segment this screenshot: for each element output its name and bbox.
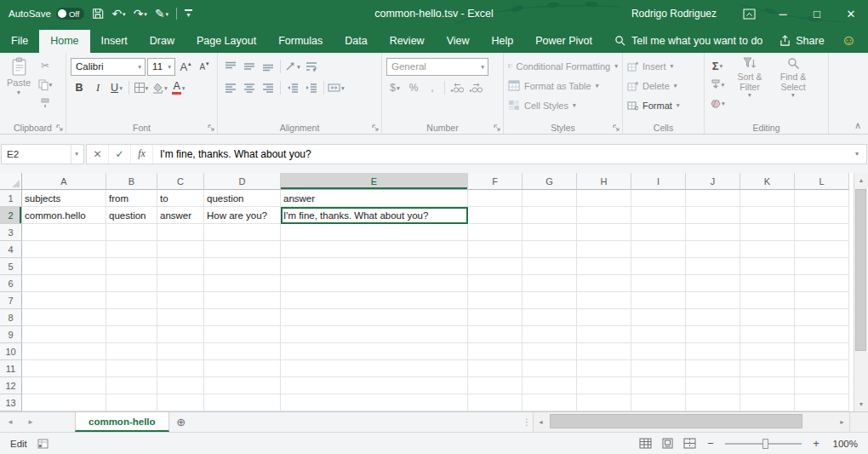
cell-H1[interactable]	[577, 190, 631, 207]
cell-C6[interactable]	[157, 275, 204, 292]
cell-D13[interactable]	[204, 394, 281, 411]
cell-L9[interactable]	[795, 326, 849, 343]
cell-A6[interactable]	[22, 275, 106, 292]
cell-G12[interactable]	[523, 377, 577, 394]
cell-J1[interactable]	[686, 190, 740, 207]
row-header-1[interactable]: 1	[0, 190, 22, 207]
feedback-smiley-button[interactable]: ☺	[842, 33, 856, 48]
cell-A2[interactable]: common.hello	[22, 207, 106, 224]
cell-I10[interactable]	[631, 343, 686, 360]
cell-L5[interactable]	[795, 258, 849, 275]
cell-K8[interactable]	[740, 309, 795, 326]
expand-formula-bar-button[interactable]: ▾	[848, 150, 866, 158]
cell-I5[interactable]	[631, 258, 686, 275]
column-header-G[interactable]: G	[523, 173, 577, 190]
cell-K3[interactable]	[740, 224, 795, 241]
cell-L2[interactable]	[795, 207, 849, 224]
cell-F6[interactable]	[468, 275, 523, 292]
cell-J3[interactable]	[686, 224, 740, 241]
cell-E10[interactable]	[281, 343, 468, 360]
cell-C4[interactable]	[157, 241, 204, 258]
orientation-button[interactable]: ▾	[284, 58, 301, 75]
cell-A11[interactable]	[22, 360, 106, 377]
scroll-left-button[interactable]: ◄	[534, 412, 548, 432]
scroll-up-button[interactable]: ▲	[854, 173, 868, 187]
redo-button[interactable]: ↷▾	[134, 8, 147, 20]
cell-I6[interactable]	[631, 275, 686, 292]
cell-I2[interactable]	[631, 207, 686, 224]
cell-K6[interactable]	[740, 275, 795, 292]
cell-C8[interactable]	[157, 309, 204, 326]
row-header-6[interactable]: 6	[0, 275, 22, 292]
scroll-down-button[interactable]: ▼	[854, 397, 868, 411]
cell-A4[interactable]	[22, 241, 106, 258]
zoom-out-button[interactable]: −	[705, 437, 716, 450]
column-header-F[interactable]: F	[468, 173, 523, 190]
name-box[interactable]: E2 ▾	[1, 144, 84, 164]
cell-A1[interactable]: subjects	[22, 190, 106, 207]
cell-E3[interactable]	[281, 224, 468, 241]
underline-button[interactable]: U▾	[108, 79, 125, 96]
copy-button[interactable]: ▾	[37, 76, 54, 93]
cell-J9[interactable]	[686, 326, 740, 343]
cell-F11[interactable]	[468, 360, 523, 377]
row-header-12[interactable]: 12	[0, 377, 22, 394]
cell-B7[interactable]	[106, 292, 157, 309]
column-header-C[interactable]: C	[157, 173, 204, 190]
cell-G9[interactable]	[523, 326, 577, 343]
tab-draw[interactable]: Draw	[139, 30, 186, 53]
ink-pen-button[interactable]: ✎▾	[155, 8, 168, 20]
page-break-preview-button[interactable]	[683, 438, 696, 449]
new-sheet-button[interactable]: ⊕	[169, 412, 193, 432]
decrease-decimal-button[interactable]	[467, 79, 484, 96]
cell-C2[interactable]: answer	[157, 207, 204, 224]
tab-help[interactable]: Help	[481, 30, 525, 53]
cell-K11[interactable]	[740, 360, 795, 377]
cell-H3[interactable]	[577, 224, 631, 241]
cell-I1[interactable]	[631, 190, 686, 207]
cell-G8[interactable]	[523, 309, 577, 326]
cell-K10[interactable]	[740, 343, 795, 360]
column-header-J[interactable]: J	[686, 173, 740, 190]
insert-cells-button[interactable]: Insert ▾	[627, 57, 700, 75]
row-header-4[interactable]: 4	[0, 241, 22, 258]
close-button[interactable]: ✕	[834, 0, 868, 27]
cell-B1[interactable]: from	[106, 190, 157, 207]
cell-J4[interactable]	[686, 241, 740, 258]
previous-sheet-button[interactable]: ◄	[0, 412, 20, 432]
cell-A5[interactable]	[22, 258, 106, 275]
cell-E4[interactable]	[281, 241, 468, 258]
align-bottom-button[interactable]	[260, 58, 277, 75]
cell-A12[interactable]	[22, 377, 106, 394]
cell-D7[interactable]	[204, 292, 281, 309]
insert-function-button[interactable]: fx	[131, 145, 153, 164]
cell-F7[interactable]	[468, 292, 523, 309]
zoom-slider[interactable]	[725, 438, 802, 450]
cell-D5[interactable]	[204, 258, 281, 275]
tab-page-layout[interactable]: Page Layout	[186, 30, 267, 53]
cell-L13[interactable]	[795, 394, 849, 411]
cell-K7[interactable]	[740, 292, 795, 309]
cell-G6[interactable]	[523, 275, 577, 292]
cell-J7[interactable]	[686, 292, 740, 309]
column-header-D[interactable]: D	[204, 173, 281, 190]
cell-E13[interactable]	[281, 394, 468, 411]
cell-L8[interactable]	[795, 309, 849, 326]
cell-J6[interactable]	[686, 275, 740, 292]
ribbon-display-options-button[interactable]	[732, 0, 766, 27]
cell-C9[interactable]	[157, 326, 204, 343]
row-header-8[interactable]: 8	[0, 309, 22, 326]
cell-C7[interactable]	[157, 292, 204, 309]
cell-G4[interactable]	[523, 241, 577, 258]
cell-E5[interactable]	[281, 258, 468, 275]
cell-E7[interactable]	[281, 292, 468, 309]
cell-L6[interactable]	[795, 275, 849, 292]
cell-K12[interactable]	[740, 377, 795, 394]
cell-H13[interactable]	[577, 394, 631, 411]
column-header-L[interactable]: L	[795, 173, 849, 190]
tab-review[interactable]: Review	[379, 30, 436, 53]
macro-record-button[interactable]	[37, 439, 49, 449]
cell-I7[interactable]	[631, 292, 686, 309]
cell-D2[interactable]: How are you?	[204, 207, 281, 224]
find-select-button[interactable]: Find & Select ▾	[774, 57, 813, 112]
